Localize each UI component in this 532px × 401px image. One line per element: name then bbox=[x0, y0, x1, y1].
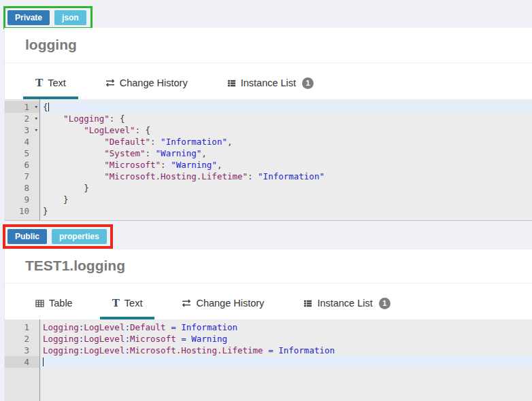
tab-label: Text bbox=[48, 77, 66, 88]
namespace-format-badge: json bbox=[54, 10, 86, 25]
tab-change-history[interactable]: Change History bbox=[93, 69, 200, 99]
annotation-box-red: Public properties bbox=[3, 224, 113, 249]
tab-bar: T Text Change History Instance List 1 bbox=[5, 69, 532, 99]
tab-label: Instance List bbox=[317, 298, 372, 309]
line-number: 9 bbox=[5, 194, 39, 205]
namespace-title: TEST1.logging bbox=[5, 249, 532, 283]
tab-change-history[interactable]: Change History bbox=[169, 290, 276, 319]
editor-code-area[interactable]: { "Logging": { "LogLevel": { "Default": … bbox=[40, 99, 532, 220]
line-number: 2▾ bbox=[5, 113, 39, 124]
tab-label: Text bbox=[124, 298, 143, 309]
line-number: 4 bbox=[5, 356, 39, 368]
line-number: 8 bbox=[5, 182, 39, 194]
line-number: 3 bbox=[5, 345, 39, 356]
line-number: 6 bbox=[5, 159, 39, 171]
line-number: 5 bbox=[5, 147, 39, 159]
properties-code-editor[interactable]: 1234 Logging:LogLevel:Default = Informat… bbox=[5, 319, 532, 401]
json-code-editor[interactable]: 1▾2▾3▾45678910 { "Logging": { "LogLevel"… bbox=[5, 99, 532, 221]
fold-arrow-icon[interactable]: ▾ bbox=[35, 125, 38, 135]
namespace-panel-public: TEST1.logging Table T Text Change Histor… bbox=[4, 249, 532, 401]
line-number: 3▾ bbox=[5, 124, 39, 136]
namespace-format-badge: properties bbox=[52, 229, 107, 244]
annotation-box-green: Private json bbox=[3, 6, 93, 29]
instance-count-badge: 1 bbox=[379, 298, 390, 309]
tab-text[interactable]: T Text bbox=[23, 69, 78, 99]
line-number: 10 bbox=[5, 205, 39, 217]
tab-bar: Table T Text Change History Instance Lis… bbox=[5, 290, 532, 319]
code-line[interactable]: } bbox=[40, 182, 532, 194]
line-number: 2 bbox=[5, 333, 39, 345]
code-line[interactable]: { bbox=[40, 101, 532, 113]
line-number: 1 bbox=[5, 321, 39, 333]
code-line[interactable]: } bbox=[40, 205, 532, 217]
code-line[interactable]: Logging:LogLevel:Default = Information bbox=[40, 321, 532, 333]
tab-instance-list[interactable]: Instance List 1 bbox=[291, 290, 402, 319]
code-line[interactable]: "Default": "Information", bbox=[40, 136, 532, 147]
editor-gutter: 1▾2▾3▾45678910 bbox=[5, 99, 40, 220]
editor-code-area[interactable]: Logging:LogLevel:Default = InformationLo… bbox=[40, 319, 532, 401]
code-line[interactable]: "System": "Warning", bbox=[40, 147, 532, 159]
table-icon bbox=[35, 299, 44, 308]
fold-arrow-icon[interactable]: ▾ bbox=[35, 114, 38, 124]
change-history-icon bbox=[182, 299, 191, 307]
fold-arrow-icon[interactable]: ▾ bbox=[35, 102, 38, 112]
code-line[interactable]: "Microsoft.Hosting.Lifetime": "Informati… bbox=[40, 171, 532, 182]
editor-gutter: 1234 bbox=[5, 319, 40, 401]
code-line[interactable]: "Logging": { bbox=[40, 113, 532, 124]
text-cursor bbox=[48, 103, 49, 111]
tab-label: Instance List bbox=[241, 77, 296, 88]
change-history-icon bbox=[105, 79, 115, 87]
tab-table[interactable]: Table bbox=[23, 290, 85, 319]
tab-label: Change History bbox=[196, 298, 264, 309]
tab-instance-list[interactable]: Instance List 1 bbox=[215, 69, 326, 99]
instance-list-icon bbox=[303, 299, 312, 308]
code-line[interactable]: Logging:LogLevel:Microsoft = Warning bbox=[40, 333, 532, 345]
code-line[interactable]: "LogLevel": { bbox=[40, 124, 532, 136]
line-number: 4 bbox=[5, 136, 39, 147]
tab-label: Change History bbox=[120, 77, 188, 88]
code-line[interactable] bbox=[40, 356, 532, 368]
code-line[interactable]: "Microsoft": "Warning", bbox=[40, 159, 532, 171]
text-icon: T bbox=[35, 78, 43, 88]
text-cursor bbox=[43, 358, 44, 366]
namespace-type-badge: Public bbox=[7, 229, 47, 244]
instance-count-badge: 1 bbox=[302, 77, 314, 89]
namespace-type-badge: Private bbox=[7, 10, 50, 25]
line-number: 1▾ bbox=[5, 101, 39, 113]
line-number: 7 bbox=[5, 171, 39, 182]
instance-list-icon bbox=[227, 79, 236, 88]
code-line[interactable]: } bbox=[40, 194, 532, 205]
tab-label: Table bbox=[49, 298, 73, 309]
text-icon: T bbox=[112, 298, 120, 309]
namespace-panel-private: logging T Text Change History Instance L… bbox=[4, 28, 532, 221]
tab-text[interactable]: T Text bbox=[100, 290, 155, 319]
code-line[interactable]: Logging:LogLevel:Microsoft.Hosting.Lifet… bbox=[40, 345, 532, 356]
namespace-title: logging bbox=[5, 28, 532, 63]
